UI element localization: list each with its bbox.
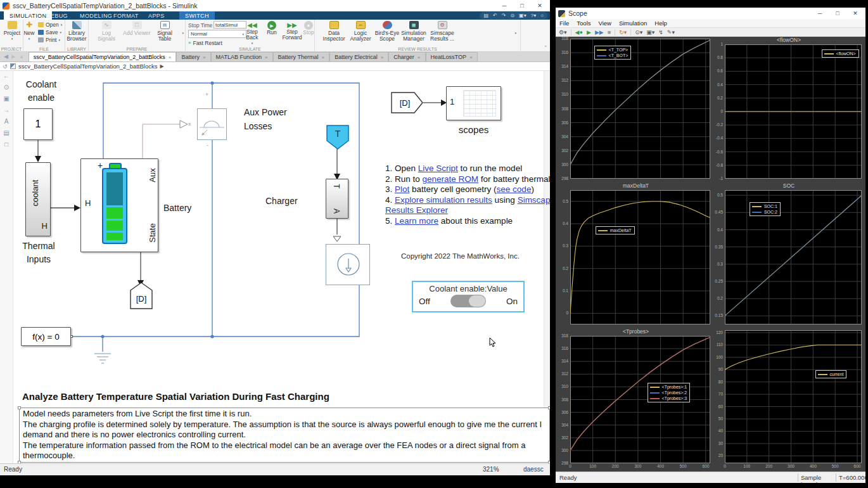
scope-measure-icon[interactable]: ✎▾ bbox=[667, 29, 675, 35]
model-canvas[interactable]: Coolant enable 1 coolant H Thermal Input… bbox=[13, 71, 544, 395]
scope-menu-tools[interactable]: Tools bbox=[577, 20, 590, 27]
fast-restart-button[interactable]: » Fast Restart bbox=[188, 39, 222, 46]
library-browser-button[interactable]: Library Browser bbox=[63, 21, 91, 42]
instruction-link[interactable]: Learn more bbox=[395, 216, 438, 226]
thermal-inputs-block[interactable]: coolant H bbox=[25, 162, 51, 236]
close-button[interactable]: ✕ bbox=[531, 0, 549, 11]
nav-up-icon[interactable]: ▲ bbox=[19, 53, 25, 60]
add-viewer-button[interactable]: □ Add Viewer bbox=[123, 21, 151, 36]
scope-settings-icon[interactable]: ⚙▾ bbox=[559, 29, 567, 35]
scope-trigger-icon[interactable]: ↯ bbox=[658, 29, 663, 35]
doc-tab-battery[interactable]: Battery× bbox=[176, 52, 210, 61]
save-button[interactable]: Save▾ bbox=[38, 29, 61, 35]
screenshot-icon[interactable]: ▣▾ bbox=[519, 12, 527, 19]
log-signals-button[interactable]: ∿ Log Signals bbox=[93, 21, 120, 42]
instruction-link[interactable]: Live Script bbox=[418, 164, 458, 173]
fit-view-icon[interactable]: ▣ bbox=[3, 95, 9, 102]
ribbon-tab-format[interactable]: FORMAT bbox=[108, 11, 144, 20]
aux-power-losses-block[interactable] bbox=[197, 108, 227, 140]
simulation-manager-button[interactable]: ▦ Simulation Manager bbox=[400, 21, 428, 42]
tab-close-icon[interactable]: × bbox=[469, 55, 473, 60]
d-goto-tag[interactable]: [D] bbox=[129, 281, 153, 310]
zoom-icon[interactable]: ⊙ bbox=[4, 84, 9, 91]
tab-close-icon[interactable]: × bbox=[169, 55, 172, 60]
new-button[interactable]: ✚ New ▾ bbox=[20, 21, 39, 42]
account-icon[interactable]: ○ bbox=[540, 12, 544, 19]
redo-icon[interactable]: ↷ bbox=[502, 12, 506, 19]
doc-tab-charger[interactable]: Charger× bbox=[388, 52, 425, 61]
minimize-button[interactable]: ─ bbox=[495, 0, 513, 11]
collapse-toolstrip-icon[interactable]: ⌃ bbox=[544, 45, 547, 50]
current-source-block[interactable] bbox=[326, 244, 370, 285]
battery-block[interactable]: H + Aux State bbox=[80, 158, 158, 252]
scope-menu-view[interactable]: View bbox=[599, 20, 611, 27]
review-more-icon[interactable]: ▾ bbox=[514, 31, 516, 35]
model-doc-text[interactable]: Model needs parameters from Live Script … bbox=[19, 408, 550, 463]
help-icon[interactable]: ?▾ bbox=[531, 12, 536, 19]
hide-browser-icon[interactable]: ← bbox=[3, 72, 10, 79]
ribbon-tab-debug[interactable]: DEBUG bbox=[41, 11, 73, 20]
scope-menu-help[interactable]: Help bbox=[654, 20, 667, 27]
save-icon[interactable]: ▤ bbox=[483, 12, 488, 19]
scope-menu-simulation[interactable]: Simulation bbox=[619, 20, 647, 27]
nav-forward-icon[interactable]: ▶ bbox=[11, 53, 16, 60]
sim-mode-select[interactable]: Normal▾ bbox=[188, 30, 246, 38]
stop-button[interactable]: ■ Stop bbox=[301, 21, 316, 35]
ribbon-tab-apps[interactable]: APPS bbox=[143, 11, 170, 20]
scope-zoom-icon[interactable]: ⊙▾ bbox=[635, 29, 642, 35]
scope-legend[interactable]: SOC:1SOC:2 bbox=[750, 202, 781, 216]
run-button[interactable]: ▶ Run bbox=[263, 21, 281, 35]
scope-fit-icon[interactable]: ▣▾ bbox=[646, 29, 654, 35]
signal-table-button[interactable]: ▤ Signal Table bbox=[151, 21, 179, 42]
tab-close-icon[interactable]: × bbox=[203, 55, 206, 60]
scope-close-button[interactable]: ✕ bbox=[846, 8, 864, 19]
annotation-icon[interactable]: A bbox=[4, 118, 9, 125]
coolant-enable-toggle[interactable] bbox=[450, 295, 486, 307]
scope-maximize-button[interactable]: □ bbox=[829, 8, 846, 19]
scope-step-forward-icon[interactable]: ▶▶ bbox=[595, 29, 604, 35]
print-button[interactable]: Print▾ bbox=[38, 36, 60, 43]
maximize-button[interactable]: □ bbox=[513, 0, 531, 11]
area-icon[interactable]: □ bbox=[4, 141, 8, 148]
scope-run-icon[interactable]: ▶ bbox=[587, 29, 591, 35]
coolant-enable-constant-block[interactable]: 1 bbox=[23, 108, 53, 140]
tab-close-icon[interactable]: × bbox=[381, 55, 384, 60]
scope-step-back-icon[interactable]: ◀● bbox=[575, 29, 583, 35]
doc-tab-heatlosstop[interactable]: HeatLossTOP× bbox=[426, 52, 478, 61]
doc-tab-model[interactable]: sscv_BatteryCellSpatialTempVariation_2_b… bbox=[29, 52, 177, 61]
simscape-results-button[interactable]: ⚙ Simscape Results ... bbox=[428, 21, 457, 42]
scope-legend[interactable]: <flowON> bbox=[822, 49, 859, 58]
scope-menu-file[interactable]: File bbox=[559, 20, 569, 27]
nav-back-icon[interactable]: ◀ bbox=[4, 53, 8, 60]
scope-legend[interactable]: maxDeltaT bbox=[596, 226, 635, 234]
image-icon[interactable]: ▤ bbox=[3, 129, 9, 136]
step-back-button[interactable]: ◀◀ Step Back ▾ bbox=[241, 21, 263, 46]
prepare-more-icon[interactable]: ▾ bbox=[182, 31, 184, 35]
t-goto-tag[interactable]: T bbox=[326, 125, 349, 150]
scopes-subsystem-block[interactable]: 1 bbox=[446, 86, 501, 120]
logic-analyzer-button[interactable]: ⎓ Logic Analyzer bbox=[347, 21, 374, 42]
instruction-link[interactable]: Plot bbox=[395, 184, 409, 194]
open-button[interactable]: Open▾ bbox=[38, 21, 62, 28]
charger-block[interactable]: T A bbox=[326, 179, 348, 219]
step-forward-button[interactable]: ▶▶ Step Forward bbox=[281, 21, 303, 41]
doc-tab-battery-electrical[interactable]: Battery Electrical× bbox=[329, 52, 388, 61]
breadcrumb-up-icon[interactable]: ↺ bbox=[0, 63, 10, 70]
scope-legend[interactable]: <T_TOP><T_BOT> bbox=[594, 46, 632, 60]
undo-icon[interactable]: ↶ bbox=[493, 12, 497, 19]
instruction-link[interactable]: Explore simulation results bbox=[395, 195, 492, 205]
data-inspector-button[interactable]: Data Inspector bbox=[320, 21, 348, 42]
scope-minimize-button[interactable]: ─ bbox=[811, 8, 829, 19]
search-icon[interactable]: ⊙ bbox=[510, 12, 514, 19]
pan-icon[interactable]: → bbox=[3, 106, 10, 113]
doc-tab-matlab-function[interactable]: MATLAB Function× bbox=[211, 52, 273, 61]
instruction-link[interactable]: see code bbox=[497, 184, 532, 194]
tab-close-icon[interactable]: × bbox=[418, 55, 421, 60]
scope-restart-icon[interactable]: ↻▾ bbox=[619, 29, 627, 35]
tab-close-icon[interactable]: × bbox=[321, 55, 324, 60]
ribbon-tab-switch[interactable]: SWITCH bbox=[179, 11, 215, 20]
tab-close-icon[interactable]: × bbox=[265, 55, 268, 60]
breadcrumb[interactable]: ↺ sscv_BatteryCellSpatialTempVariation_2… bbox=[0, 62, 550, 71]
canvas-scrollbar[interactable] bbox=[544, 71, 550, 408]
doc-tab-battery-thermal[interactable]: Battery Thermal× bbox=[273, 52, 330, 61]
